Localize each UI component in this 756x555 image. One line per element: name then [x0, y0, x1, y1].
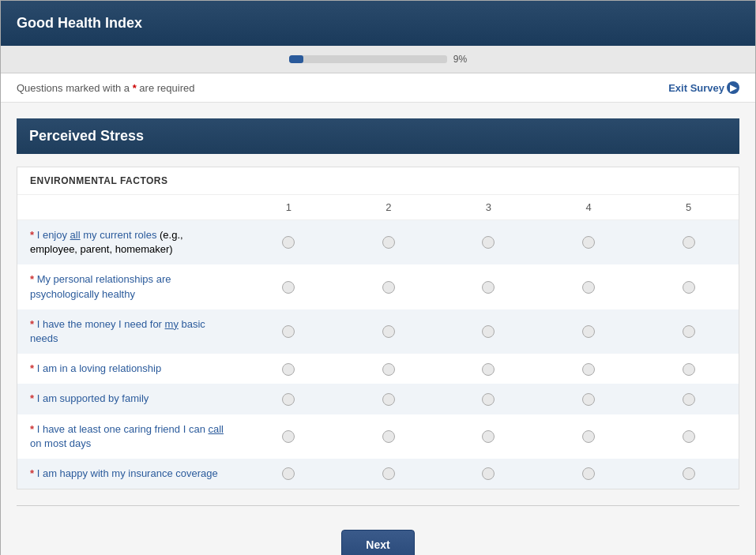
radio-input[interactable]: [282, 430, 295, 443]
main-content: Perceived Stress ENVIRONMENTAL FACTORS 1…: [1, 103, 755, 555]
radio-cell: [638, 384, 739, 414]
radio-cell: [638, 264, 739, 309]
radio-cell: [438, 414, 539, 459]
radio-input[interactable]: [683, 236, 695, 249]
radio-input[interactable]: [582, 467, 595, 480]
next-button[interactable]: Next: [341, 530, 414, 555]
radio-input[interactable]: [482, 363, 495, 376]
radio-input[interactable]: [382, 430, 395, 443]
table-row: * My personal relationships are psycholo…: [17, 264, 739, 309]
app-title: Good Health Index: [17, 15, 142, 31]
radio-input[interactable]: [582, 393, 595, 406]
env-factors-label: ENVIRONMENTAL FACTORS: [17, 167, 739, 195]
radio-input[interactable]: [683, 467, 695, 480]
radio-cell: [438, 220, 539, 265]
radio-input[interactable]: [382, 467, 395, 480]
question-cell: * I have the money I need for my basic n…: [17, 309, 239, 354]
question-cell: * I am in a loving relationship: [17, 354, 239, 384]
radio-cell: [438, 459, 539, 489]
radio-input[interactable]: [382, 281, 395, 294]
radio-input[interactable]: [482, 236, 495, 249]
table-row: * I am supported by family: [17, 384, 739, 414]
progress-fill: [289, 55, 303, 63]
survey-table: 1 2 3 4 5 * I enjoy all my current roles…: [17, 195, 739, 489]
question-cell: * I am supported by family: [17, 384, 239, 414]
exit-icon: ▶: [727, 81, 739, 94]
radio-input[interactable]: [282, 281, 295, 294]
radio-cell: [239, 354, 339, 384]
col-3: 3: [438, 195, 539, 220]
radio-cell: [438, 384, 539, 414]
radio-input[interactable]: [282, 363, 295, 376]
radio-cell: [638, 459, 739, 489]
radio-input[interactable]: [683, 363, 695, 376]
radio-cell: [539, 459, 639, 489]
col-4: 4: [539, 195, 639, 220]
radio-cell: [638, 414, 739, 459]
radio-cell: [539, 220, 639, 265]
question-cell: * My personal relationships are psycholo…: [17, 264, 239, 309]
radio-cell: [438, 354, 539, 384]
progress-percent: 9%: [453, 54, 467, 65]
radio-input[interactable]: [382, 325, 395, 338]
app-container: Good Health Index 9% Questions marked wi…: [0, 0, 756, 555]
radio-cell: [539, 414, 639, 459]
radio-input[interactable]: [382, 393, 395, 406]
radio-input[interactable]: [482, 393, 495, 406]
button-row: Next: [17, 522, 739, 555]
radio-input[interactable]: [282, 393, 295, 406]
radio-cell: [339, 354, 439, 384]
progress-track: [289, 55, 447, 63]
radio-cell: [239, 384, 339, 414]
radio-cell: [638, 309, 739, 354]
table-row: * I have the money I need for my basic n…: [17, 309, 739, 354]
radio-cell: [339, 264, 439, 309]
divider: [17, 505, 739, 506]
col-question: [17, 195, 239, 220]
exit-survey-link[interactable]: Exit Survey ▶: [668, 81, 739, 94]
question-cell: * I enjoy all my current roles (e.g., em…: [17, 220, 239, 265]
radio-cell: [539, 264, 639, 309]
radio-input[interactable]: [482, 467, 495, 480]
radio-cell: [438, 264, 539, 309]
col-1: 1: [239, 195, 339, 220]
survey-table-container: ENVIRONMENTAL FACTORS 1 2 3 4 5: [17, 167, 739, 489]
radio-cell: [339, 220, 439, 265]
radio-input[interactable]: [482, 325, 495, 338]
app-header: Good Health Index: [1, 1, 755, 46]
radio-cell: [539, 354, 639, 384]
radio-input[interactable]: [582, 430, 595, 443]
radio-input[interactable]: [582, 236, 595, 249]
progress-bar-container: 9%: [1, 46, 755, 73]
radio-input[interactable]: [482, 430, 495, 443]
question-cell: * I am happy with my insurance coverage: [17, 459, 239, 489]
radio-input[interactable]: [582, 281, 595, 294]
table-row: * I enjoy all my current roles (e.g., em…: [17, 220, 739, 265]
radio-input[interactable]: [482, 281, 495, 294]
radio-cell: [539, 309, 639, 354]
radio-input[interactable]: [683, 430, 695, 443]
info-bar: Questions marked with a * are required E…: [1, 73, 755, 103]
radio-input[interactable]: [282, 236, 295, 249]
radio-input[interactable]: [282, 467, 295, 480]
radio-cell: [239, 264, 339, 309]
radio-input[interactable]: [382, 236, 395, 249]
radio-input[interactable]: [282, 325, 295, 338]
radio-cell: [438, 309, 539, 354]
radio-cell: [539, 384, 639, 414]
radio-input[interactable]: [683, 393, 695, 406]
radio-cell: [339, 384, 439, 414]
required-note: Questions marked with a * are required: [17, 82, 194, 94]
radio-cell: [239, 220, 339, 265]
table-header-row: 1 2 3 4 5: [17, 195, 739, 220]
radio-input[interactable]: [382, 363, 395, 376]
radio-input[interactable]: [683, 325, 695, 338]
radio-cell: [239, 414, 339, 459]
col-5: 5: [638, 195, 739, 220]
radio-cell: [638, 220, 739, 265]
radio-input[interactable]: [683, 281, 695, 294]
radio-input[interactable]: [582, 363, 595, 376]
radio-cell: [339, 414, 439, 459]
radio-cell: [339, 309, 439, 354]
radio-input[interactable]: [582, 325, 595, 338]
